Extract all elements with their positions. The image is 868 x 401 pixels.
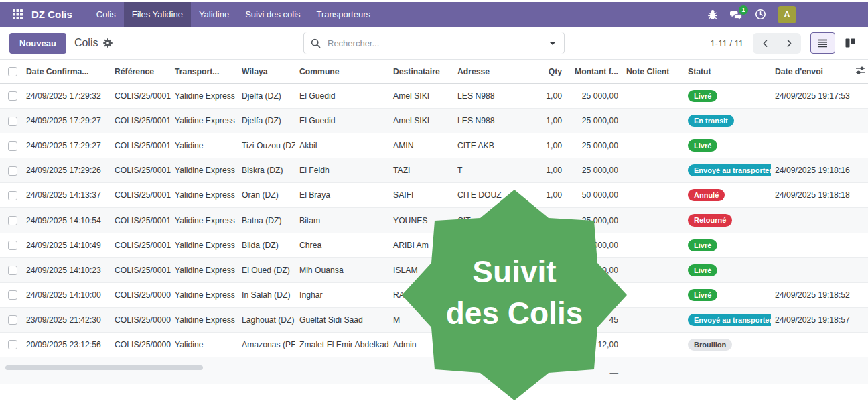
cell-note_client[interactable] xyxy=(622,183,684,208)
cell-reference[interactable]: COLIS/25/00013 xyxy=(111,183,171,208)
pager-range[interactable]: 1-11 / 11 xyxy=(711,38,743,48)
cell-note_client[interactable] xyxy=(622,257,684,282)
column-header-qty[interactable]: Qty xyxy=(534,60,566,84)
cell-date_confirmation[interactable]: 24/09/2025 17:29:32 xyxy=(22,84,111,109)
cell-date_envoi[interactable] xyxy=(771,332,851,357)
cell-montant[interactable]: 00 xyxy=(566,282,622,307)
table-row[interactable]: 24/09/2025 14:10:23COLIS/25/00010Yalidin… xyxy=(0,257,868,282)
cell-wilaya[interactable]: Amazonas (PE) xyxy=(238,332,295,357)
cell-note_client[interactable] xyxy=(622,84,684,109)
cell-adresse[interactable]: CIT xyxy=(453,208,534,233)
cell-commune[interactable]: Akbil xyxy=(295,133,389,158)
cell-date_confirmation[interactable]: 24/09/2025 14:10:54 xyxy=(22,208,111,233)
cell-date_envoi[interactable]: 24/09/2025 19:18:18 xyxy=(771,183,851,208)
cell-commune[interactable]: Gueltat Sidi Saad xyxy=(295,307,389,332)
cell-adresse[interactable] xyxy=(453,332,534,357)
cell-note_client[interactable] xyxy=(622,233,684,257)
cell-montant[interactable]: 25 000,00 xyxy=(566,84,622,109)
cell-qty[interactable] xyxy=(534,332,566,357)
cell-date_confirmation[interactable]: 24/09/2025 14:10:23 xyxy=(22,257,111,282)
cell-destinataire[interactable]: Admin xyxy=(389,332,453,357)
cell-wilaya[interactable]: El Oued (DZ) xyxy=(238,257,295,282)
optional-columns-icon[interactable] xyxy=(851,60,868,84)
cell-commune[interactable]: El Feidh xyxy=(295,158,389,183)
cell-qty[interactable] xyxy=(534,208,566,233)
cell-commune[interactable]: Mih Ouansa xyxy=(295,257,389,282)
cell-qty[interactable]: 1,00 xyxy=(534,158,566,183)
cell-qty[interactable]: 1,00 xyxy=(534,84,566,109)
cell-date_envoi[interactable] xyxy=(771,257,851,282)
cell-reference[interactable]: COLIS/25/00015 xyxy=(111,133,171,158)
cell-date_confirmation[interactable]: 24/09/2025 14:10:00 xyxy=(22,282,111,307)
menu-files-yalidine[interactable]: Files Yalidine xyxy=(124,2,191,27)
pager-next-button[interactable] xyxy=(777,33,801,54)
select-all-checkbox[interactable] xyxy=(8,67,17,76)
row-checkbox[interactable] xyxy=(8,340,17,349)
column-header-adresse[interactable]: Adresse xyxy=(453,60,534,84)
activities-clock-icon[interactable] xyxy=(755,9,766,20)
cell-commune[interactable]: El Braya xyxy=(295,183,389,208)
cell-destinataire[interactable]: ISLAM xyxy=(389,257,453,282)
cell-wilaya[interactable]: Tizi Ouzou (DZ) xyxy=(238,133,295,158)
cell-reference[interactable]: COLIS/25/00002 xyxy=(111,332,171,357)
cell-transporteur[interactable]: Yalidine Express xyxy=(171,257,238,282)
cell-statut[interactable]: Livré xyxy=(684,257,771,282)
cell-date_envoi[interactable]: 24/09/2025 19:18:16 xyxy=(771,158,851,183)
cell-date_envoi[interactable] xyxy=(771,109,851,133)
cell-destinataire[interactable]: Amel SIKI xyxy=(389,84,453,109)
menu-suivi-des-colis[interactable]: Suivi des colis xyxy=(237,2,308,27)
column-header-transporteur[interactable]: Transport... xyxy=(171,60,238,84)
gear-icon[interactable] xyxy=(103,38,113,48)
cell-reference[interactable]: COLIS/25/00010 xyxy=(111,257,171,282)
cell-transporteur[interactable]: Yalidine Express xyxy=(171,233,238,257)
cell-statut[interactable]: Envoyé au transporteur xyxy=(684,307,771,332)
cell-statut[interactable]: En transit xyxy=(684,109,771,133)
cell-wilaya[interactable]: Oran (DZ) xyxy=(238,183,295,208)
cell-note_client[interactable] xyxy=(622,133,684,158)
cell-montant[interactable]: 12,00 xyxy=(566,332,622,357)
cell-transporteur[interactable]: Yalidine xyxy=(171,332,238,357)
cell-transporteur[interactable]: Yalidine Express xyxy=(171,282,238,307)
cell-adresse[interactable]: CITE AKB xyxy=(453,133,534,158)
cell-date_envoi[interactable]: 24/09/2025 19:18:52 xyxy=(771,282,851,307)
search-input[interactable] xyxy=(326,38,544,49)
cell-date_envoi[interactable] xyxy=(771,133,851,158)
cell-adresse[interactable]: CITE DOUZ xyxy=(453,183,534,208)
cell-qty[interactable]: 1,00 xyxy=(534,109,566,133)
cell-wilaya[interactable]: Blida (DZ) xyxy=(238,233,295,257)
cell-adresse[interactable] xyxy=(453,257,534,282)
cell-destinataire[interactable]: ARIBI Am xyxy=(389,233,453,257)
cell-commune[interactable]: Bitam xyxy=(295,208,389,233)
cell-date_confirmation[interactable]: 24/09/2025 14:13:37 xyxy=(22,183,111,208)
column-header-statut[interactable]: Statut xyxy=(684,60,771,84)
cell-wilaya[interactable]: Batna (DZ) xyxy=(238,208,295,233)
cell-date_confirmation[interactable]: 24/09/2025 17:29:27 xyxy=(22,109,111,133)
table-row[interactable]: 24/09/2025 17:29:27COLIS/25/00015Yalidin… xyxy=(0,133,868,158)
cell-statut[interactable]: Brouillon xyxy=(684,332,771,357)
menu-transporteurs[interactable]: Transporteurs xyxy=(309,2,378,27)
cell-reference[interactable]: COLIS/25/00009 xyxy=(111,282,171,307)
cell-destinataire[interactable]: TAZI xyxy=(389,158,453,183)
cell-transporteur[interactable]: Yalidine Express xyxy=(171,183,238,208)
row-checkbox[interactable] xyxy=(8,216,17,225)
app-brand[interactable]: DZ Colis xyxy=(29,2,79,27)
cell-destinataire[interactable]: AMIN xyxy=(389,133,453,158)
cell-adresse[interactable]: T xyxy=(453,158,534,183)
cell-montant[interactable]: 45 xyxy=(566,307,622,332)
cell-statut[interactable]: Annulé xyxy=(684,183,771,208)
row-checkbox[interactable] xyxy=(8,191,17,200)
cell-destinataire[interactable]: M xyxy=(389,307,453,332)
cell-reference[interactable]: COLIS/25/00017 xyxy=(111,84,171,109)
search-dropdown-caret[interactable] xyxy=(549,42,556,45)
cell-montant[interactable]: 5 000,00 xyxy=(566,233,622,257)
column-header-montant[interactable]: Montant f... xyxy=(566,60,622,84)
row-checkbox[interactable] xyxy=(8,91,17,101)
table-row[interactable]: 24/09/2025 14:10:49COLIS/25/00011Yalidin… xyxy=(0,233,868,257)
cell-date_confirmation[interactable]: 24/09/2025 14:10:49 xyxy=(22,233,111,257)
cell-adresse[interactable] xyxy=(453,282,534,307)
horizontal-scrollbar[interactable] xyxy=(5,365,203,370)
table-row[interactable]: 24/09/2025 17:29:26COLIS/25/00014Yalidin… xyxy=(0,158,868,183)
cell-transporteur[interactable]: Yalidine Express xyxy=(171,208,238,233)
column-header-commune[interactable]: Commune xyxy=(295,60,389,84)
cell-adresse[interactable] xyxy=(453,233,534,257)
